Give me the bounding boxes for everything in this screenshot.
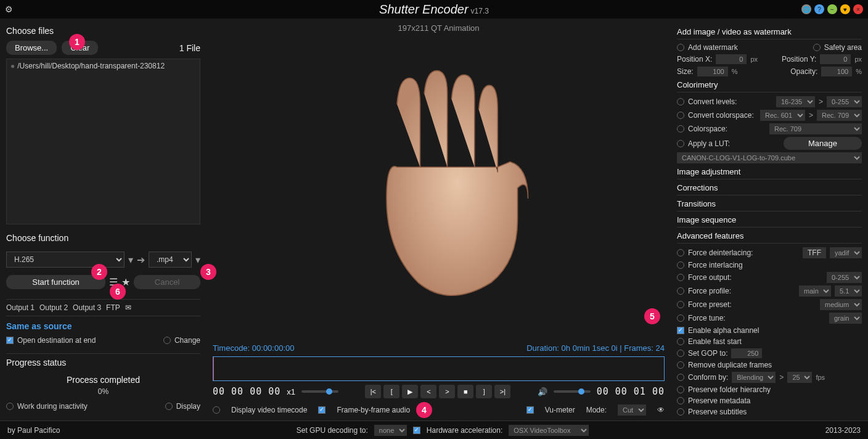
- manage-button[interactable]: Manage: [784, 137, 862, 150]
- display-radio[interactable]: [165, 403, 173, 410]
- gop-input[interactable]: [731, 348, 762, 358]
- preserve-meta-radio[interactable]: [677, 397, 684, 404]
- safety-area-radio[interactable]: [813, 44, 821, 51]
- web-icon[interactable]: 🌐: [801, 4, 811, 14]
- badge-6: 6: [110, 284, 126, 300]
- conform-mode-select[interactable]: Blending: [732, 372, 776, 383]
- timeline[interactable]: [213, 356, 665, 381]
- chevron-down-icon: ▾: [195, 254, 200, 266]
- change-radio[interactable]: [163, 337, 171, 344]
- remove-dup-radio[interactable]: [677, 361, 684, 369]
- conform-radio[interactable]: [677, 374, 684, 381]
- colorspace-radio[interactable]: [677, 125, 684, 133]
- conform-fps-select[interactable]: 25: [787, 372, 812, 383]
- image-adjustment-title[interactable]: Image adjustment: [677, 167, 862, 179]
- settings-icon[interactable]: ⚙: [5, 4, 13, 14]
- enable-alpha-checkbox[interactable]: [677, 327, 684, 334]
- file-count: 1 File: [179, 43, 200, 53]
- display-timecode-label: Display video timecode: [231, 406, 307, 414]
- force-preset-radio[interactable]: [677, 301, 684, 308]
- next-frame-button[interactable]: >: [439, 385, 455, 398]
- file-list[interactable]: ● /Users/hill/Desktop/hand-transparent-2…: [6, 59, 200, 224]
- force-output-select[interactable]: 0-255: [827, 272, 862, 283]
- preserve-folder-radio[interactable]: [677, 386, 684, 393]
- center-panel: 197x211 QT Animation Timecode: 00:00:00:…: [207, 18, 671, 421]
- apply-lut-radio[interactable]: [677, 140, 684, 147]
- donate-icon[interactable]: ♥: [840, 4, 850, 14]
- vu-meter-checkbox[interactable]: [526, 406, 534, 414]
- set-gop-radio[interactable]: [677, 350, 684, 357]
- prev-frame-button[interactable]: <: [420, 385, 436, 398]
- deint-select[interactable]: yadif: [830, 247, 862, 258]
- goto-end-button[interactable]: >|: [494, 385, 510, 398]
- advanced-title: Advanced features: [677, 231, 862, 244]
- force-output-radio[interactable]: [677, 274, 684, 281]
- colorspace-select[interactable]: Rec. 709: [769, 123, 862, 134]
- image-sequence-title[interactable]: Image sequence: [677, 215, 862, 228]
- volume-icon[interactable]: 🔊: [538, 387, 547, 396]
- file-row[interactable]: ● /Users/hill/Desktop/hand-transparent-2…: [7, 59, 200, 73]
- chevron-down-icon: ▾: [128, 254, 133, 266]
- corrections-title[interactable]: Corrections: [677, 183, 862, 195]
- mark-out-button[interactable]: ]: [476, 385, 492, 398]
- left-panel: Choose files Browse... Clear 1 File ● /U…: [0, 18, 207, 421]
- cancel-button[interactable]: Cancel: [134, 275, 200, 289]
- tff-badge[interactable]: TFF: [803, 247, 826, 258]
- force-profile-radio[interactable]: [677, 287, 684, 295]
- mark-in-button[interactable]: [: [383, 385, 399, 398]
- convert-levels-radio[interactable]: [677, 98, 684, 105]
- tune-select[interactable]: grain: [829, 313, 862, 324]
- eye-icon[interactable]: 👁: [657, 406, 665, 414]
- profile-a-select[interactable]: main: [799, 285, 831, 297]
- cs-from-select[interactable]: Rec. 601: [760, 110, 805, 121]
- frame-audio-checkbox[interactable]: [318, 406, 326, 414]
- codec-select[interactable]: H.265: [6, 252, 125, 268]
- extension-select[interactable]: .mp4: [149, 252, 192, 268]
- minimize-icon[interactable]: −: [827, 4, 837, 14]
- ftp-tab[interactable]: FTP: [106, 303, 120, 312]
- add-watermark-radio[interactable]: [677, 44, 684, 51]
- close-icon[interactable]: ×: [853, 4, 863, 14]
- force-tune-radio[interactable]: [677, 314, 684, 322]
- enable-fast-radio[interactable]: [677, 338, 684, 345]
- transitions-title[interactable]: Transitions: [677, 199, 862, 211]
- levels-from-select[interactable]: 16-235: [776, 96, 815, 107]
- convert-colorspace-radio[interactable]: [677, 112, 684, 119]
- stop-button[interactable]: ■: [457, 385, 473, 398]
- speed-slider[interactable]: [301, 390, 338, 393]
- app-title: Shutter Encoderv17.3: [379, 2, 489, 17]
- timecode-end: 00 00 01 00: [597, 386, 665, 397]
- preserve-subs-radio[interactable]: [677, 408, 684, 416]
- open-destination-checkbox[interactable]: [6, 337, 14, 344]
- size-input[interactable]: [697, 67, 728, 76]
- gpu-select[interactable]: none: [374, 425, 407, 436]
- posx-input[interactable]: [716, 54, 747, 64]
- playhead[interactable]: [213, 357, 214, 380]
- help-icon[interactable]: ?: [814, 4, 824, 14]
- hw-select[interactable]: OSX VideoToolbox: [509, 425, 589, 436]
- hw-accel-checkbox[interactable]: [413, 427, 420, 434]
- display-timecode-radio[interactable]: [213, 406, 220, 414]
- browse-button[interactable]: Browse...: [6, 41, 57, 55]
- force-deint-radio[interactable]: [677, 249, 684, 256]
- output3-tab[interactable]: Output 3: [73, 303, 101, 312]
- goto-start-button[interactable]: |<: [365, 385, 381, 398]
- window-buttons: 🌐 ? − ♥ ×: [801, 4, 863, 14]
- output2-tab[interactable]: Output 2: [39, 303, 68, 312]
- start-function-button[interactable]: Start function: [6, 275, 105, 289]
- mail-icon[interactable]: ✉: [125, 303, 131, 312]
- play-button[interactable]: ▶: [402, 385, 418, 398]
- profile-b-select[interactable]: 5.1: [835, 285, 862, 297]
- posy-input[interactable]: [820, 54, 851, 64]
- cs-to-select[interactable]: Rec. 709: [817, 110, 862, 121]
- opacity-input[interactable]: [821, 67, 852, 76]
- output1-tab[interactable]: Output 1: [6, 303, 35, 312]
- levels-to-select[interactable]: 0-255: [827, 96, 862, 107]
- work-inactivity-radio[interactable]: [6, 403, 14, 410]
- force-interlacing-radio[interactable]: [677, 261, 684, 269]
- volume-slider[interactable]: [554, 390, 591, 393]
- mode-select[interactable]: Cut: [618, 404, 646, 416]
- lut-file-select[interactable]: CANON-C-LOG-V1-LOG-to-709.cube: [677, 152, 862, 163]
- preview-area[interactable]: [213, 36, 665, 340]
- preset-select[interactable]: medium: [820, 299, 862, 310]
